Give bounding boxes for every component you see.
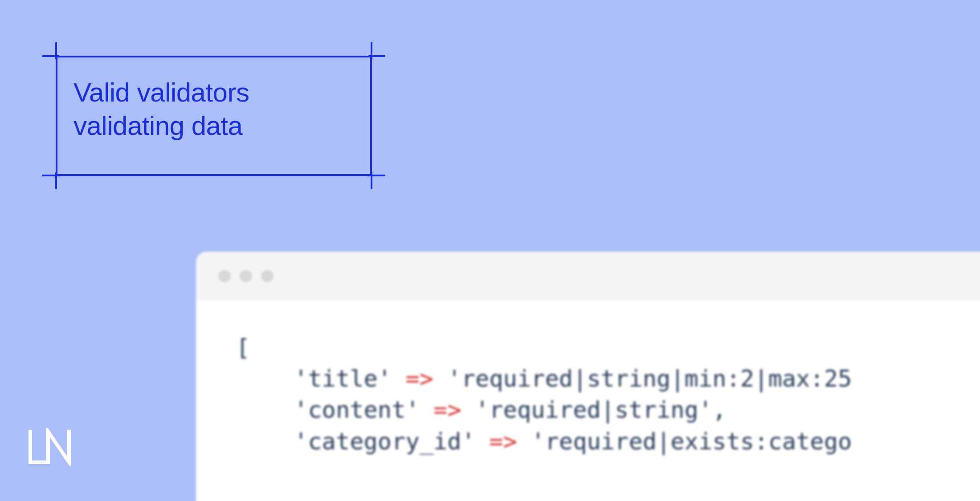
code-line: 'category_id' => 'required|exists:catego xyxy=(236,426,980,457)
traffic-light-close-icon xyxy=(218,270,231,282)
code-arrow: => xyxy=(475,428,531,455)
code-value: 'required|exists:catego xyxy=(531,428,852,455)
traffic-light-minimize-icon xyxy=(240,270,252,282)
page-title: Valid validators validating data xyxy=(74,76,249,143)
window-header xyxy=(196,252,980,301)
crop-mark xyxy=(371,42,372,59)
code-bracket: [ xyxy=(236,332,980,363)
traffic-light-maximize-icon xyxy=(261,270,274,282)
code-value: 'required|string|min:2|max:25 xyxy=(447,365,852,392)
title-line-1: Valid validators xyxy=(74,77,249,107)
code-value: 'required|string', xyxy=(475,396,727,423)
code-key: 'title' xyxy=(294,365,392,392)
code-line: 'title' => 'required|string|min:2|max:25 xyxy=(236,363,980,394)
code-body: [ 'title' => 'required|string|min:2|max:… xyxy=(196,301,980,501)
code-arrow: => xyxy=(392,365,447,392)
code-window: [ 'title' => 'required|string|min:2|max:… xyxy=(196,252,980,501)
crop-mark xyxy=(55,172,57,189)
logo-icon xyxy=(27,428,76,466)
code-arrow: => xyxy=(420,396,475,423)
crop-mark xyxy=(55,42,57,59)
code-line: 'content' => 'required|string', xyxy=(236,394,980,425)
code-key: 'category_id' xyxy=(294,428,475,455)
title-frame: Valid validators validating data xyxy=(45,45,383,187)
title-line-2: validating data xyxy=(74,111,242,141)
crop-mark xyxy=(371,172,372,189)
code-key: 'content' xyxy=(294,396,420,423)
logo xyxy=(27,428,76,474)
